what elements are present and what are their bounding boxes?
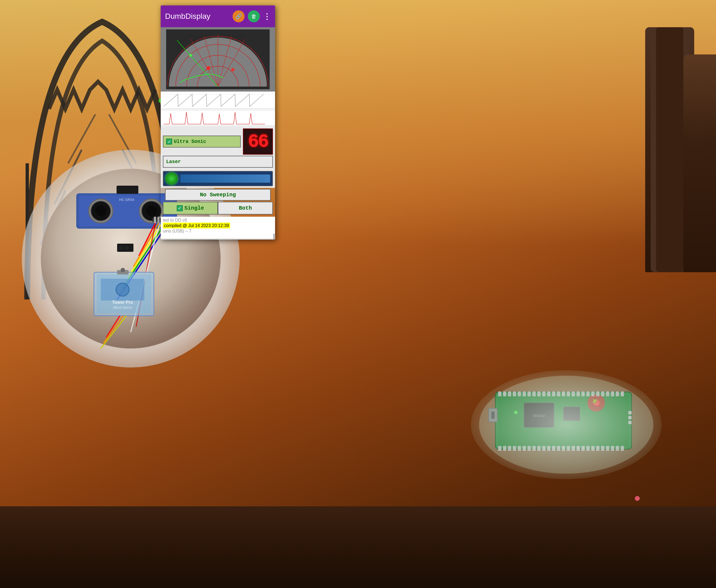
scrollbar-area — [161, 238, 275, 239]
delete-button[interactable]: 🗑 — [248, 10, 260, 22]
svg-point-16 — [95, 206, 106, 216]
svg-line-6 — [68, 114, 95, 163]
progress-dot-indicator — [166, 173, 178, 185]
link-broken-button[interactable]: 🔗 — [232, 10, 245, 22]
both-mode-button[interactable]: Both — [218, 202, 273, 214]
mode-buttons-container: ✓ Single Both — [163, 202, 273, 214]
svg-rect-21 — [117, 186, 138, 194]
progress-fill — [180, 174, 270, 183]
svg-point-36 — [119, 246, 123, 250]
progress-bar — [163, 171, 273, 186]
charts-svg: Ang De Dist 0 — [161, 91, 275, 127]
progress-container — [161, 169, 275, 188]
svg-point-41 — [116, 283, 129, 296]
no-sweeping-label: No Sweeping — [200, 192, 236, 198]
radar-canvas — [166, 29, 270, 89]
svg-text:Micro Servo: Micro Servo — [113, 306, 132, 310]
more-options-button[interactable]: ⋮ — [263, 12, 271, 21]
app-bar: DumbDisplay 🔗 🗑 ⋮ — [161, 5, 275, 27]
svg-point-43 — [121, 268, 125, 272]
pico-glow — [471, 370, 661, 479]
no-sweeping-button[interactable]: No Sweeping — [165, 189, 271, 201]
pink-dot-decoration — [635, 496, 640, 501]
ultrasonic-checkbox-icon: ✓ — [166, 139, 172, 145]
scrollbar-thumb[interactable] — [273, 234, 274, 239]
single-checkbox-icon: ✓ — [177, 205, 183, 211]
svg-text:Tower Pro: Tower Pro — [112, 300, 133, 304]
dumbdisplay-app: DumbDisplay 🔗 🗑 ⋮ — [161, 5, 275, 239]
laser-row: Laser — [163, 156, 273, 168]
svg-point-19 — [146, 206, 157, 216]
single-mode-button[interactable]: ✓ Single — [163, 202, 218, 214]
svg-rect-24 — [158, 217, 160, 223]
raspberry-pi-pico-area: RP2040 🍓 — [471, 370, 661, 479]
laser-label: Laser — [166, 159, 181, 164]
delete-icon: 🗑 — [251, 13, 257, 20]
ultrasonic-label: Ultra Sonic — [174, 139, 206, 144]
ultrasonic-checkbox-item[interactable]: ✓ Ultra Sonic — [163, 135, 241, 148]
svg-point-123 — [206, 66, 210, 70]
ground — [0, 506, 716, 588]
sensor-controls: ✓ Ultra Sonic 66 Laser — [161, 127, 275, 169]
charts-area: Ang De Dist 0 — [161, 91, 275, 127]
both-mode-label: Both — [239, 205, 252, 211]
status-area: ted to DD c6 compiled @ Jul 14 2023 20:1… — [161, 217, 275, 238]
svg-point-125 — [189, 54, 192, 57]
single-mode-inner: ✓ Single — [166, 205, 214, 211]
no-sweeping-container: No Sweeping — [163, 189, 273, 201]
status-compiled-highlight: compiled @ Jul 14 2023 20:12:39 — [163, 223, 230, 228]
radar-container — [161, 27, 275, 91]
svg-point-124 — [231, 68, 234, 71]
single-mode-label: Single — [184, 205, 204, 211]
status-line-1: ted to DD c6 — [163, 218, 273, 223]
status-line-3: uino (USB) – 7 — [163, 229, 273, 234]
svg-rect-10 — [656, 27, 683, 272]
svg-text:HC-SR04: HC-SR04 — [119, 197, 134, 202]
radar-svg — [166, 29, 270, 89]
sensor-ultra-row: ✓ Ultra Sonic 66 — [163, 128, 273, 155]
seven-segment-display: 66 — [243, 128, 273, 155]
link-broken-icon: 🔗 — [235, 13, 242, 20]
laser-label-box[interactable]: Laser — [163, 156, 273, 168]
svg-rect-23 — [154, 217, 156, 223]
right-rock-edge — [683, 55, 716, 272]
status-line-2: compiled @ Jul 14 2023 20:12:39 — [163, 223, 273, 228]
app-title: DumbDisplay — [165, 12, 229, 21]
svg-point-37 — [124, 246, 129, 250]
